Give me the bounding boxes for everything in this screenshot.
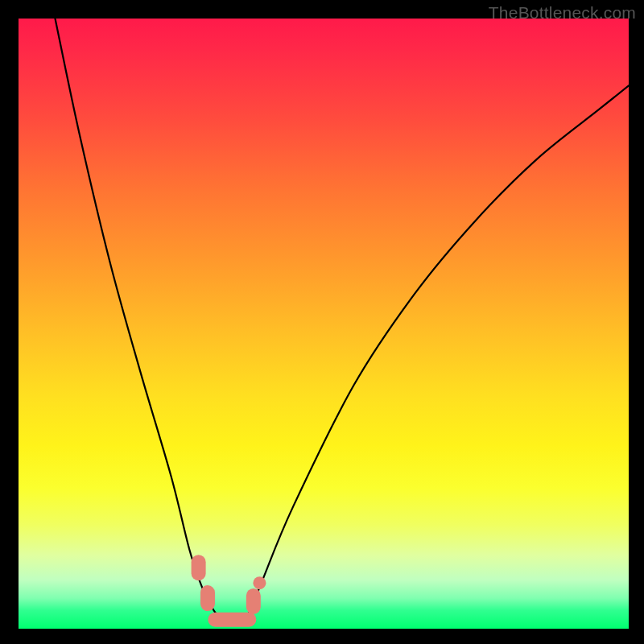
bottom-blob xyxy=(208,613,256,627)
plot-area xyxy=(19,19,629,629)
watermark-text: TheBottleneck.com xyxy=(489,3,636,23)
bottleneck-curve xyxy=(55,19,629,620)
curve-svg xyxy=(19,19,629,629)
right-blob-lower xyxy=(246,588,261,614)
left-blob-upper xyxy=(192,555,206,580)
curve-group xyxy=(55,19,629,620)
chart-frame: TheBottleneck.com xyxy=(0,0,644,644)
marker-group xyxy=(192,555,266,626)
left-blob-lower xyxy=(200,585,215,611)
right-blob-upper xyxy=(253,576,266,589)
